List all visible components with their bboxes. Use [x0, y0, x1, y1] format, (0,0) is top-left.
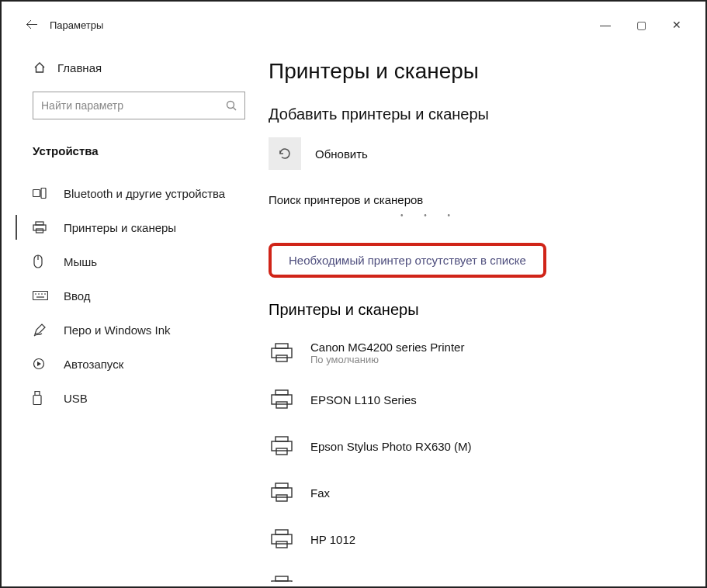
printer-icon	[269, 572, 295, 582]
printer-icon	[33, 221, 48, 233]
home-link[interactable]: Главная	[16, 54, 262, 81]
svg-rect-27	[276, 483, 288, 488]
main-panel: Принтеры и сканеры Добавить принтеры и с…	[262, 40, 695, 582]
sidebar-item-label: Принтеры и сканеры	[64, 221, 176, 234]
window-inner: 🡠 Параметры — ▢ ✕ Главная Найти параметр	[16, 9, 695, 582]
printer-icon	[269, 526, 295, 552]
printer-item[interactable]: Fax	[269, 469, 676, 516]
printer-not-listed-link[interactable]: Необходимый принтер отсутствует в списке	[269, 243, 546, 278]
searching-status: Поиск принтеров и сканеров	[269, 193, 676, 206]
window-title: Параметры	[48, 19, 103, 31]
svg-rect-17	[33, 396, 41, 405]
svg-rect-33	[276, 576, 288, 581]
minimize-icon: —	[600, 19, 611, 31]
svg-rect-4	[36, 222, 43, 225]
sidebar-item-label: Перо и Windows Ink	[64, 323, 171, 337]
sidebar-item-usb[interactable]: USB	[16, 381, 262, 415]
svg-rect-23	[276, 402, 287, 408]
printer-item[interactable]: Epson Stylus Photo RX630 (M)	[269, 423, 676, 469]
printer-icon	[269, 386, 295, 413]
close-icon: ✕	[672, 19, 681, 31]
printer-icon	[269, 433, 295, 459]
svg-rect-16	[35, 392, 40, 396]
printer-text: Canon MG4200 series Printer По умолчанию	[310, 341, 464, 365]
svg-rect-26	[276, 448, 287, 455]
svg-rect-21	[276, 390, 288, 395]
printer-name: Fax	[310, 486, 330, 500]
printer-item[interactable]: Kyocera FS-1028MFP KX	[269, 562, 676, 582]
refresh-label: Обновить	[315, 147, 368, 161]
sidebar-item-autoplay[interactable]: Автозапуск	[16, 347, 262, 381]
svg-rect-3	[41, 189, 46, 199]
svg-rect-18	[276, 344, 288, 348]
sidebar-item-mouse[interactable]: Мышь	[16, 244, 262, 278]
printer-item[interactable]: EPSON L110 Series	[269, 376, 676, 423]
home-label: Главная	[57, 61, 102, 74]
printers-list-heading: Принтеры и сканеры	[269, 301, 676, 319]
sidebar-item-label: Bluetooth и другие устройства	[64, 187, 225, 200]
refresh-button[interactable]	[269, 137, 301, 170]
mouse-icon	[33, 254, 48, 268]
keyboard-icon	[33, 291, 48, 300]
printer-item[interactable]: Canon MG4200 series Printer По умолчанию	[269, 330, 676, 376]
progress-dots: • • •	[269, 211, 676, 220]
maximize-icon: ▢	[636, 19, 646, 31]
printer-text: Epson Stylus Photo RX630 (M)	[310, 440, 472, 453]
printer-text: Fax	[310, 486, 330, 500]
home-icon	[33, 61, 47, 74]
printer-name: Kyocera FS-1028MFP KX	[310, 579, 444, 583]
sidebar-section-label: Устройства	[33, 144, 245, 157]
sidebar-item-typing[interactable]: Ввод	[16, 278, 262, 313]
printer-name: Canon MG4200 series Printer	[310, 341, 464, 354]
svg-rect-32	[276, 541, 287, 548]
sidebar-item-label: Ввод	[64, 289, 91, 303]
svg-rect-20	[276, 355, 287, 361]
printer-icon	[269, 340, 295, 366]
refresh-row: Обновить	[269, 137, 676, 170]
devices-icon	[33, 188, 48, 199]
printer-name: EPSON L110 Series	[310, 393, 417, 406]
close-button[interactable]: ✕	[659, 9, 695, 40]
printer-sub: По умолчанию	[310, 354, 464, 365]
sidebar: Главная Найти параметр Устройства Blueto…	[16, 40, 262, 582]
sidebar-item-printers[interactable]: Принтеры и сканеры	[16, 210, 262, 244]
sidebar-nav: Bluetooth и другие устройства Принтеры и…	[16, 176, 262, 415]
titlebar: 🡠 Параметры — ▢ ✕	[16, 9, 695, 40]
sidebar-item-label: Мышь	[64, 255, 97, 268]
add-section-heading: Добавить принтеры и сканеры	[269, 105, 676, 123]
printer-name: Epson Stylus Photo RX630 (M)	[310, 440, 472, 453]
printer-text: Kyocera FS-1028MFP KX	[310, 579, 444, 583]
search-icon	[226, 100, 237, 111]
svg-rect-19	[272, 348, 292, 358]
window-controls: — ▢ ✕	[587, 9, 695, 40]
svg-rect-25	[272, 441, 292, 451]
back-button[interactable]: 🡠	[16, 9, 48, 40]
svg-point-0	[227, 102, 234, 109]
svg-rect-28	[272, 488, 292, 497]
pen-icon	[33, 323, 48, 337]
autoplay-icon	[33, 358, 48, 370]
svg-rect-31	[272, 534, 292, 544]
usb-icon	[33, 391, 48, 405]
sidebar-item-pen[interactable]: Перо и Windows Ink	[16, 313, 262, 347]
sidebar-item-bluetooth[interactable]: Bluetooth и другие устройства	[16, 176, 262, 210]
window-frame: 🡠 Параметры — ▢ ✕ Главная Найти параметр	[0, 0, 707, 588]
printer-text: EPSON L110 Series	[310, 393, 417, 406]
svg-rect-5	[33, 225, 46, 230]
arrow-left-icon: 🡠	[26, 18, 38, 32]
printer-item[interactable]: HP 1012	[269, 516, 676, 562]
svg-rect-22	[272, 395, 292, 404]
maximize-button[interactable]: ▢	[623, 9, 659, 40]
page-title: Принтеры и сканеры	[269, 59, 676, 84]
svg-rect-34	[272, 581, 292, 582]
svg-line-1	[234, 108, 237, 111]
content: Главная Найти параметр Устройства Blueto…	[16, 40, 695, 582]
svg-rect-30	[276, 530, 288, 534]
minimize-button[interactable]: —	[587, 9, 623, 40]
svg-rect-29	[276, 495, 287, 501]
printer-icon	[269, 479, 295, 506]
refresh-icon	[277, 146, 293, 161]
printer-not-listed-label: Необходимый принтер отсутствует в списке	[289, 254, 526, 267]
printer-text: HP 1012	[310, 533, 355, 546]
search-input[interactable]: Найти параметр	[33, 92, 245, 119]
